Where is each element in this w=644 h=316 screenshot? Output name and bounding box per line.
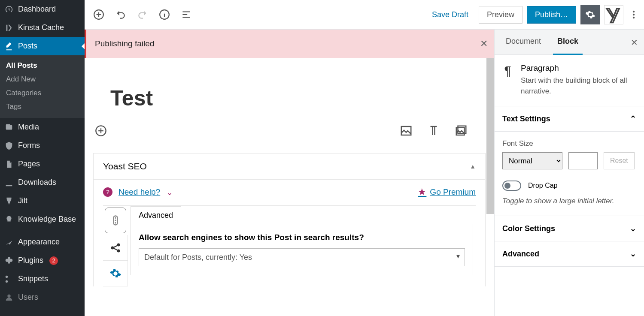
sidebar-item-kb[interactable]: Knowledge Base [0,210,85,229]
sidebar-label: Media [18,123,39,132]
svg-point-11 [115,220,116,221]
yoast-panel: Yoast SEO ▲ ? Need help? ⌄ ★ Go Premium [93,153,486,286]
sidebar-label: Pages [18,160,40,169]
svg-point-14 [117,243,120,246]
block-description: ¶ Paragraph Start with the building bloc… [495,55,644,106]
yoast-tab-social[interactable] [103,235,128,261]
go-premium-label: Go Premium [430,187,476,197]
sidebar-label: Downloads [18,178,56,187]
block-inserter-row [85,123,494,153]
svg-point-13 [111,246,114,249]
sidebar-label: Dashboard [18,5,56,14]
submenu-tags[interactable]: Tags [0,100,85,114]
font-size-reset-button[interactable]: Reset [604,152,635,169]
dismiss-notice-button[interactable]: ✕ [480,38,488,49]
need-help-link[interactable]: Need help? [118,187,160,197]
preview-button[interactable]: Preview [479,6,522,24]
more-menu-button[interactable] [628,5,640,24]
sidebar-item-dashboard[interactable]: Dashboard [0,0,85,18]
chevron-down-icon: ⌄ [630,224,636,233]
text-settings-toggle[interactable]: Text Settings ⌃ [495,106,644,132]
svg-point-4 [633,17,635,18]
sidebar-label: Knowledge Base [18,215,76,224]
yoast-panel-title: Yoast SEO [103,161,147,172]
drop-cap-hint: Toggle to show a large initial letter. [502,197,636,205]
wp-admin-sidebar: Dashboard Kinsta Cache Posts All Posts A… [0,0,85,316]
sidebar-item-downloads[interactable]: Downloads [0,173,85,192]
yoast-vertical-tabs [103,206,128,286]
submenu-all-posts[interactable]: All Posts [0,59,85,72]
sidebar-item-kinsta[interactable]: Kinsta Cache [0,18,85,37]
sidebar-item-pages[interactable]: Pages [0,155,85,173]
redo-button[interactable] [133,5,152,24]
sidebar-item-posts[interactable]: Posts [0,37,85,55]
chevron-up-icon: ⌃ [630,114,636,123]
sidebar-label: Posts [18,42,37,51]
inline-add-block-button[interactable] [94,123,108,138]
block-title: Paragraph [521,63,636,73]
yoast-question-label: Allow search engines to show this Post i… [139,233,465,242]
settings-sidebar: Document Block ✕ ¶ Paragraph Start with … [494,30,644,316]
yoast-advanced-tab[interactable]: Advanced [131,206,181,224]
advanced-settings-label: Advanced [502,250,539,259]
sidebar-label: Users [18,293,38,302]
tab-document[interactable]: Document [501,30,545,55]
info-button[interactable] [155,5,174,24]
submenu-add-new[interactable]: Add New [0,72,85,86]
drop-cap-toggle[interactable] [502,181,521,191]
sidebar-label: Plugins [18,256,43,265]
font-size-label: Font Size [502,139,636,148]
svg-point-2 [633,11,635,12]
settings-tabs: Document Block ✕ [495,30,644,55]
image-block-icon[interactable] [399,123,413,138]
chevron-down-icon: ⌄ [630,249,636,259]
gallery-block-icon[interactable] [454,123,468,138]
update-badge: 2 [49,256,58,265]
sidebar-item-appearance[interactable]: Appearance [0,233,85,251]
svg-point-15 [117,249,120,252]
color-settings-toggle[interactable]: Color Settings ⌄ [495,216,644,241]
posts-submenu: All Posts Add New Categories Tags [0,55,85,118]
font-size-select[interactable]: Normal [502,152,562,169]
sidebar-item-forms[interactable]: Forms [0,136,85,155]
sidebar-label: Jilt [18,196,27,205]
sidebar-item-media[interactable]: Media [0,118,85,136]
star-icon: ★ [418,187,426,198]
save-draft-button[interactable]: Save Draft [426,7,474,23]
tab-block[interactable]: Block [553,30,583,55]
outline-button[interactable] [176,5,196,24]
sidebar-item-snippets[interactable]: Snippets [0,270,85,288]
sidebar-item-users[interactable]: Users [0,288,85,307]
paragraph-icon: ¶ [502,63,513,96]
sidebar-item-jilt[interactable]: Jilt [0,192,85,210]
text-settings-label: Text Settings [502,114,550,123]
error-text: Publishing failed [95,39,154,48]
close-settings-button[interactable]: ✕ [631,37,638,48]
yoast-toolbar-button[interactable] [604,5,623,24]
chevron-down-icon: ⌄ [166,187,173,197]
yoast-tab-readability[interactable] [105,208,126,233]
help-icon: ? [103,187,112,197]
font-size-number-input[interactable] [568,152,598,169]
color-settings-label: Color Settings [502,224,555,233]
settings-gear-button[interactable] [580,5,600,24]
advanced-settings-toggle[interactable]: Advanced ⌄ [495,241,644,267]
editor-toolbar: Save Draft Preview Publish… [85,0,644,30]
sidebar-label: Appearance [18,238,60,247]
post-title-input[interactable]: Test [85,58,494,123]
yoast-panel-toggle[interactable]: Yoast SEO ▲ [94,153,485,180]
yoast-tab-advanced[interactable] [103,261,128,286]
block-desc-text: Start with the building block of all nar… [521,75,636,96]
go-premium-link[interactable]: ★ Go Premium [418,187,476,198]
sidebar-label: Snippets [18,274,48,283]
sidebar-item-plugins[interactable]: Plugins 2 [0,251,85,270]
submenu-categories[interactable]: Categories [0,86,85,100]
heading-block-icon[interactable] [426,123,441,138]
editor-main: Publishing failed ✕ Test Yoast SEO ▲ ? N… [85,30,494,316]
text-settings-panel: Font Size Normal Reset Drop Cap Toggle t… [495,132,644,216]
publish-button[interactable]: Publish… [527,6,576,24]
svg-point-10 [115,217,116,219]
yoast-robots-select[interactable]: Default for Posts, currently: Yes [139,248,465,266]
undo-button[interactable] [111,5,130,24]
add-block-button[interactable] [89,5,108,24]
